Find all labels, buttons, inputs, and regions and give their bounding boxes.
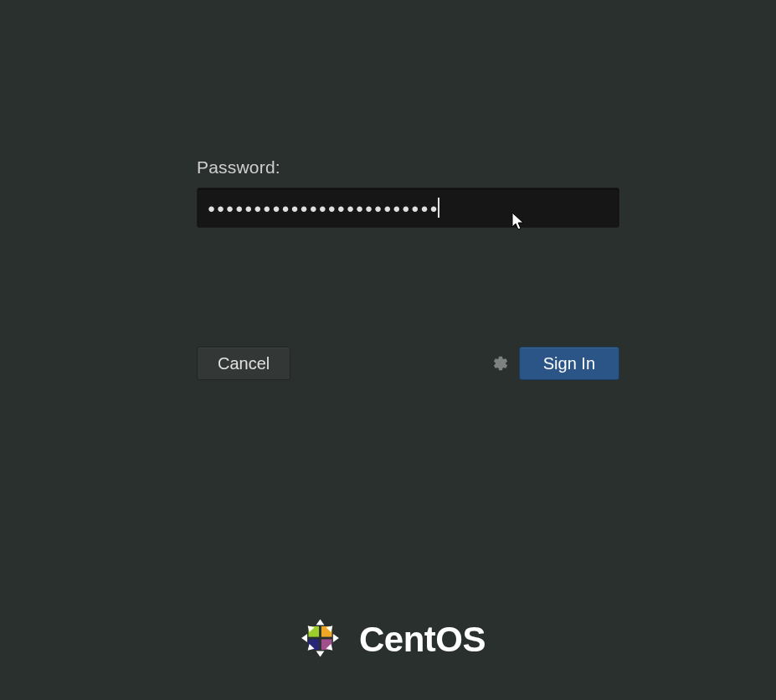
signin-button[interactable]: Sign In [519,347,619,380]
password-masked-value: ●●●●●●●●●●●●●●●●●●●●●●●●● [208,201,439,215]
svg-marker-11 [332,634,338,642]
centos-logo-icon [290,609,349,671]
svg-marker-10 [301,634,307,642]
text-caret [438,198,439,218]
branding-logo: CentOS [290,609,486,671]
password-label: Password: [197,157,619,178]
cancel-button[interactable]: Cancel [197,347,290,380]
gear-icon[interactable] [491,353,511,373]
password-input[interactable]: ●●●●●●●●●●●●●●●●●●●●●●●●● [197,188,619,228]
login-form: Password: ●●●●●●●●●●●●●●●●●●●●●●●●● [197,157,619,228]
svg-marker-8 [316,620,324,625]
svg-marker-9 [316,651,324,656]
branding-text: CentOS [359,620,486,660]
button-row: Cancel Sign In [197,347,619,380]
signin-group: Sign In [491,347,619,380]
